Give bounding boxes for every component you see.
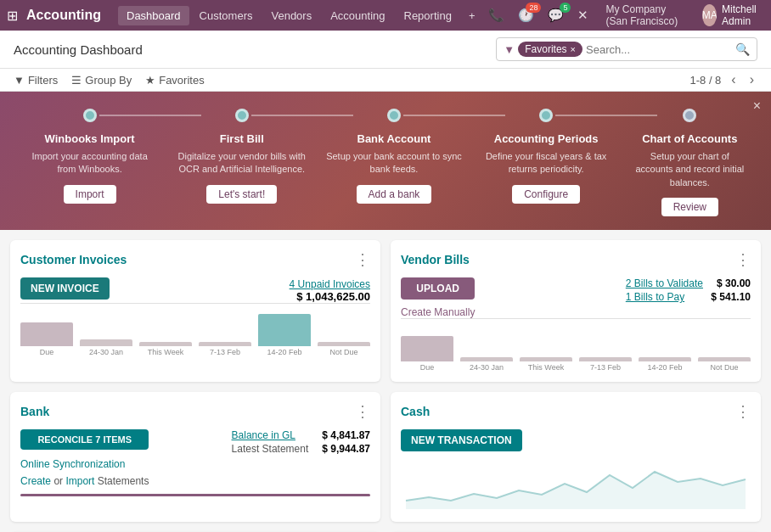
step-dot-4: [539, 109, 553, 122]
bar-label: 14-20 Feb: [267, 348, 301, 356]
favorites-button[interactable]: ★ Favorites: [145, 74, 204, 87]
filters-button[interactable]: ▼ Filters: [14, 74, 58, 87]
step-btn-3[interactable]: Add a bank: [357, 185, 432, 204]
bar: [199, 342, 251, 346]
bills-to-validate-amount: $ 30.00: [717, 277, 751, 289]
step-btn-2[interactable]: Let's start!: [206, 185, 277, 204]
vendor-bills-menu[interactable]: ⋮: [735, 250, 751, 269]
pager-prev[interactable]: ‹: [728, 72, 739, 87]
phone-icon[interactable]: 📞: [485, 6, 508, 25]
onboarding-step-2: First Bill Digitalize your vendor bills …: [174, 109, 310, 204]
step-btn-4[interactable]: Configure: [512, 185, 580, 204]
onboarding-step-3: Bank Account Setup your bank account to …: [326, 109, 462, 204]
filter-tag-close[interactable]: ×: [571, 44, 576, 54]
filter-tag-label: Favorites: [525, 43, 566, 55]
new-transaction-button[interactable]: NEW TRANSACTION: [401, 429, 522, 451]
bar-group: 24-30 Jan: [80, 339, 132, 356]
step-dot-5: [683, 109, 696, 122]
customer-invoices-content: NEW INVOICE 4 Unpaid Invoices $ 1,043,62…: [20, 277, 370, 303]
cash-chart: [401, 451, 751, 512]
unpaid-link[interactable]: 4 Unpaid Invoices: [290, 278, 370, 290]
bar: [139, 342, 192, 346]
group-by-icon: ☰: [71, 74, 82, 87]
onboarding-steps: Winbooks Import Import your accounting d…: [14, 109, 757, 216]
bar-label: Due: [40, 348, 54, 356]
balance-gl-label[interactable]: Balance in GL: [232, 429, 295, 441]
or-text: or: [53, 475, 65, 487]
bar-label: 7-13 Feb: [590, 363, 621, 372]
step-btn-5[interactable]: Review: [661, 198, 718, 216]
invoices-bar-chart: Due24-30 JanThis Week7-13 Feb14-20 FebNo…: [20, 314, 370, 356]
vendor-bills-actions: UPLOAD Create Manually: [401, 277, 475, 318]
online-sync-link[interactable]: Online Synchronization: [20, 458, 149, 470]
cash-menu[interactable]: ⋮: [735, 402, 751, 421]
bar-group: This Week: [139, 342, 192, 356]
step-dot-1: [83, 109, 97, 122]
upload-button[interactable]: UPLOAD: [401, 277, 475, 300]
search-bar: Accounting Dashboard ▼ Favorites × 🔍: [0, 31, 771, 69]
new-invoice-button[interactable]: NEW INVOICE: [20, 277, 110, 300]
step-btn-1[interactable]: Import: [64, 185, 116, 204]
customer-invoices-card: Customer Invoices ⋮ NEW INVOICE 4 Unpaid…: [10, 240, 380, 382]
top-navigation: ⊞ Accounting Dashboard Customers Vendors…: [0, 0, 771, 31]
step-desc-1: Import your accounting data from Winbook…: [22, 150, 158, 176]
latest-stmt-label: Latest Statement: [232, 443, 309, 455]
create-link[interactable]: Create: [20, 475, 51, 487]
reconcile-button[interactable]: RECONCILE 7 ITEMS: [20, 429, 149, 450]
step-desc-3: Setup your bank account to sync bank fee…: [326, 150, 462, 176]
import-link[interactable]: Import: [65, 475, 94, 487]
step-title-5: Chart of Accounts: [642, 132, 737, 145]
favorites-filter-tag[interactable]: Favorites ×: [518, 42, 582, 57]
onboarding-banner: × Winbooks Import Import your accounting…: [0, 92, 771, 230]
bills-to-pay-link[interactable]: 1 Bills to Pay: [626, 291, 684, 303]
close-icon[interactable]: ✕: [574, 6, 592, 25]
step-desc-4: Define your fiscal years & tax returns p…: [478, 150, 614, 176]
nav-add-icon[interactable]: +: [462, 6, 482, 25]
vendor-bills-header: Vendor Bills ⋮: [401, 250, 751, 269]
nav-reporting[interactable]: Reporting: [396, 6, 460, 25]
bar: [258, 314, 311, 346]
grid-icon[interactable]: ⊞: [7, 8, 18, 24]
filter-icon: ▼: [504, 43, 515, 56]
bar-label: This Week: [528, 363, 564, 372]
clock-badge: 28: [526, 3, 541, 13]
bills-to-validate-link[interactable]: 2 Bills to Validate: [626, 277, 703, 289]
favorites-label: Favorites: [159, 74, 204, 87]
search-submit-icon[interactable]: 🔍: [735, 42, 750, 56]
unpaid-amount: $ 1,043,625.00: [290, 290, 370, 303]
onboarding-step-1: Winbooks Import Import your accounting d…: [22, 109, 158, 204]
search-input[interactable]: [586, 43, 729, 56]
bar: [520, 357, 572, 361]
customer-invoices-menu[interactable]: ⋮: [355, 250, 370, 269]
nav-accounting[interactable]: Accounting: [322, 6, 393, 25]
cash-line-chart: [401, 458, 751, 509]
step-desc-5: Setup your chart of accounts and record …: [630, 150, 749, 189]
vendor-bills-content: UPLOAD Create Manually 2 Bills to Valida…: [401, 277, 751, 318]
bar-label: Not Due: [710, 363, 738, 372]
bar-label: 24-30 Jan: [89, 348, 123, 356]
clock-icon[interactable]: 🕐 28: [515, 6, 537, 25]
nav-dashboard[interactable]: Dashboard: [118, 6, 189, 25]
bar-label: Not Due: [329, 348, 357, 356]
nav-customers[interactable]: Customers: [191, 6, 262, 25]
chat-icon[interactable]: 💬 5: [544, 6, 567, 25]
pager-next[interactable]: ›: [746, 72, 757, 87]
bar-group: 24-30 Jan: [460, 357, 513, 372]
bar-group: 14-20 Feb: [639, 357, 691, 372]
bank-menu[interactable]: ⋮: [355, 402, 370, 421]
bar: [460, 357, 513, 361]
group-by-button[interactable]: ☰ Group By: [71, 74, 132, 87]
onboarding-step-5: Chart of Accounts Setup your chart of ac…: [630, 109, 749, 216]
nav-vendors[interactable]: Vendors: [262, 6, 320, 25]
bank-stats: Balance in GL $ 4,841.87 Latest Statemen…: [232, 429, 370, 455]
bar: [401, 336, 453, 361]
vendor-bills-chart: Due24-30 JanThis Week7-13 Feb14-20 FebNo…: [401, 318, 751, 372]
onboarding-close[interactable]: ×: [753, 98, 761, 114]
bar-group: Due: [401, 336, 453, 372]
avatar: MA: [702, 4, 717, 26]
step-title-4: Accounting Periods: [494, 132, 599, 145]
create-manually-link[interactable]: Create Manually: [401, 306, 475, 318]
user-menu[interactable]: MA Mitchell Admin: [702, 3, 764, 27]
unpaid-invoices-label[interactable]: 4 Unpaid Invoices: [290, 277, 370, 290]
bank-divider: [20, 494, 370, 496]
